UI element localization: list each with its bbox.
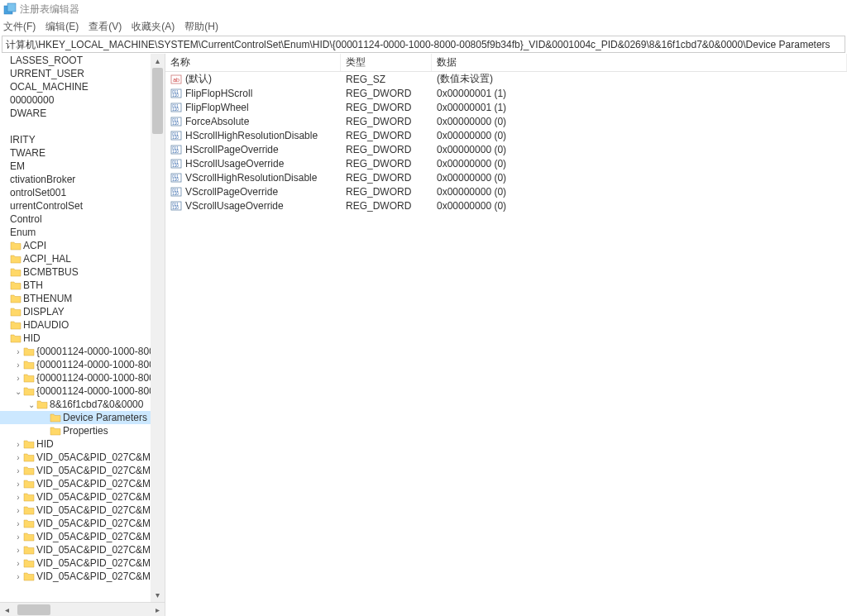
tree-item[interactable]: BTH [0, 279, 151, 292]
svg-text:110: 110 [172, 150, 179, 154]
tree-item[interactable]: ⌄{00001124-0000-1000-8000- [0, 384, 151, 398]
tree-item[interactable]: ›{00001124-0000-1000-8000- [0, 345, 151, 358]
tree-item[interactable]: IRITY [0, 133, 151, 146]
scroll-down-arrow-icon[interactable]: ▾ [151, 588, 165, 602]
tree-item[interactable]: ACPI_HAL [0, 252, 151, 265]
tree-item[interactable]: DISPLAY [0, 305, 151, 318]
scroll-left-arrow-icon[interactable]: ◂ [0, 603, 14, 617]
list-row[interactable]: 011110VScrollHighResolutionDisableREG_DW… [165, 170, 847, 184]
chevron-right-icon[interactable]: › [13, 453, 23, 462]
chevron-right-icon[interactable]: › [13, 493, 23, 502]
chevron-right-icon[interactable]: › [13, 532, 23, 542]
tree-item[interactable]: ›{00001124-0000-1000-8000- [0, 371, 151, 384]
tree-item[interactable]: ›VID_05AC&PID_027C&MI_0 [0, 504, 151, 517]
tree-item[interactable]: Properties [0, 424, 151, 437]
chevron-down-icon[interactable]: ⌄ [13, 387, 23, 396]
chevron-down-icon[interactable]: ⌄ [26, 400, 36, 409]
tree-item[interactable]: HID [0, 332, 151, 345]
chevron-right-icon[interactable]: › [13, 466, 23, 475]
column-header-type[interactable]: 类型 [341, 54, 432, 71]
tree-item[interactable]: ⌄8&16f1cbd7&0&0000 [0, 398, 151, 411]
tree-item[interactable]: ›VID_05AC&PID_027C&MI_0 [0, 477, 151, 490]
folder-icon [10, 332, 22, 344]
list-row[interactable]: ab(默认)REG_SZ(数值未设置) [165, 72, 847, 86]
scroll-right-arrow-icon[interactable]: ▸ [151, 603, 165, 617]
cell-data: 0x00000001 (1) [432, 102, 847, 113]
chevron-right-icon[interactable]: › [13, 546, 23, 555]
menu-favorites[interactable]: 收藏夹(A) [132, 20, 175, 34]
scroll-thumb[interactable] [152, 68, 163, 134]
tree-item[interactable]: ACPI [0, 239, 151, 252]
column-header-data[interactable]: 数据 [432, 54, 847, 71]
chevron-right-icon[interactable]: › [13, 440, 23, 449]
scroll-thumb[interactable] [17, 604, 50, 615]
cell-type: REG_DWORD [341, 144, 432, 155]
tree-item[interactable]: BTHENUM [0, 292, 151, 305]
tree-horizontal-scrollbar[interactable]: ◂ ▸ [0, 602, 165, 616]
tree-item[interactable]: ›VID_05AC&PID_027C&MI_0 [0, 451, 151, 464]
tree-item[interactable]: ›VID_05AC&PID_027C&MI_0 [0, 556, 151, 570]
tree-item[interactable]: LASSES_ROOT [0, 54, 151, 67]
chevron-right-icon[interactable]: › [13, 361, 23, 370]
list-row[interactable]: 011110HScrollHighResolutionDisableREG_DW… [165, 128, 847, 142]
tree-vertical-scrollbar[interactable]: ▴ ▾ [151, 54, 165, 602]
tree-item[interactable]: ›{00001124-0000-1000-8000- [0, 358, 151, 371]
tree-item[interactable]: ›VID_05AC&PID_027C&MI_0 [0, 543, 151, 556]
tree-item[interactable]: URRENT_USER [0, 67, 151, 80]
tree-item[interactable]: Control [0, 212, 151, 226]
tree-item[interactable]: ›VID_05AC&PID_027C&MI_0 [0, 570, 151, 583]
tree-item[interactable]: ›HID [0, 437, 151, 451]
tree-item[interactable]: Enum [0, 226, 151, 239]
chevron-right-icon[interactable]: › [13, 559, 23, 568]
tree-item[interactable]: ›VID_05AC&PID_027C&MI_0 [0, 517, 151, 530]
app-icon [3, 2, 17, 16]
tree-item[interactable]: ›VID_05AC&PID_027C&MI_0 [0, 490, 151, 504]
menu-help[interactable]: 帮助(H) [184, 20, 218, 34]
tree-item[interactable]: EM [0, 160, 151, 173]
list-row[interactable]: 011110FlipFlopWheelREG_DWORD0x00000001 (… [165, 100, 847, 114]
tree-item[interactable]: OCAL_MACHINE [0, 80, 151, 93]
chevron-right-icon[interactable]: › [13, 572, 23, 581]
list-row[interactable]: 011110VScrollUsageOverrideREG_DWORD0x000… [165, 198, 847, 212]
tree-item[interactable]: ctivationBroker [0, 173, 151, 186]
column-header-name[interactable]: 名称 [165, 54, 341, 71]
tree-item-label: VID_05AC&PID_027C&MI_0 [36, 571, 151, 582]
chevron-right-icon[interactable]: › [13, 506, 23, 515]
scroll-up-arrow-icon[interactable]: ▴ [151, 54, 165, 68]
dword-value-icon: 011110 [170, 116, 182, 127]
tree-item-label: BCMBTBUS [23, 266, 79, 278]
tree-item[interactable] [0, 120, 151, 133]
chevron-right-icon[interactable]: › [13, 347, 23, 356]
tree-item[interactable]: HDAUDIO [0, 318, 151, 332]
tree-item[interactable]: ›VID_05AC&PID_027C&MI_0 [0, 530, 151, 543]
tree-item-label: ontrolSet001 [10, 187, 66, 198]
tree-item-label: {00001124-0000-1000-8000- [36, 359, 151, 370]
tree-item[interactable]: BCMBTBUS [0, 265, 151, 279]
tree-item[interactable]: ›VID_05AC&PID_027C&MI_0 [0, 464, 151, 477]
tree-item[interactable]: urrentControlSet [0, 199, 151, 212]
cell-name: 011110HScrollHighResolutionDisable [165, 130, 341, 141]
menu-view[interactable]: 查看(V) [89, 20, 122, 34]
chevron-right-icon[interactable]: › [13, 519, 23, 528]
menu-file[interactable]: 文件(F) [3, 20, 36, 34]
list-container: ab(默认)REG_SZ(数值未设置)011110FlipFlopHScroll… [165, 72, 847, 212]
tree-item[interactable]: DWARE [0, 107, 151, 120]
tree-item[interactable]: ontrolSet001 [0, 186, 151, 199]
tree-item[interactable]: TWARE [0, 146, 151, 160]
address-bar[interactable]: 计算机\HKEY_LOCAL_MACHINE\SYSTEM\CurrentCon… [2, 36, 845, 53]
list-row[interactable]: 011110FlipFlopHScrollREG_DWORD0x00000001… [165, 86, 847, 100]
chevron-right-icon[interactable]: › [13, 480, 23, 489]
tree-item-label: VID_05AC&PID_027C&MI_0 [36, 544, 151, 556]
list-row[interactable]: 011110HScrollUsageOverrideREG_DWORD0x000… [165, 156, 847, 170]
value-name: HScrollUsageOverride [185, 158, 284, 170]
dword-value-icon: 011110 [170, 144, 182, 155]
list-row[interactable]: 011110VScrollPageOverrideREG_DWORD0x0000… [165, 184, 847, 198]
folder-icon [23, 518, 35, 529]
tree-item[interactable]: 00000000 [0, 93, 151, 107]
list-row[interactable]: 011110HScrollPageOverrideREG_DWORD0x0000… [165, 142, 847, 156]
list-row[interactable]: 011110ForceAbsoluteREG_DWORD0x00000000 (… [165, 114, 847, 128]
chevron-right-icon[interactable]: › [13, 374, 23, 383]
menu-edit[interactable]: 编辑(E) [45, 20, 79, 34]
tree-container: LASSES_ROOTURRENT_USEROCAL_MACHINE000000… [0, 54, 165, 583]
tree-item[interactable]: Device Parameters [0, 411, 151, 424]
